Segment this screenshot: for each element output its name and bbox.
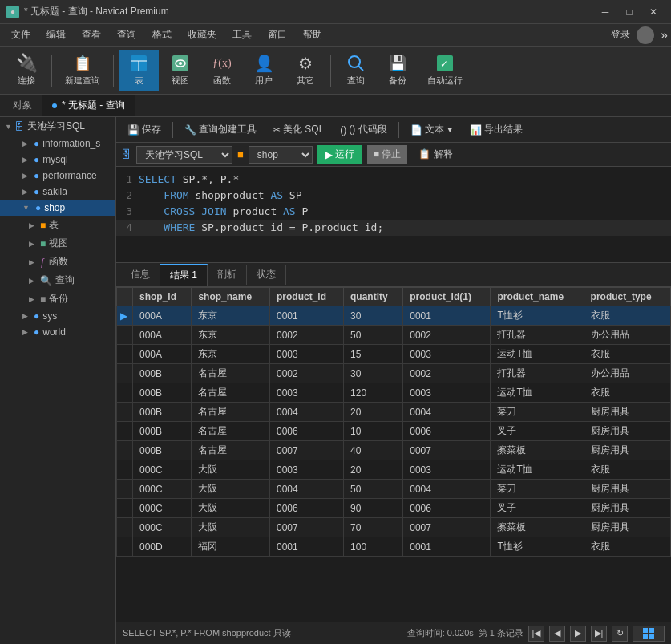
- beautify-button[interactable]: ✂ 美化 SQL: [266, 120, 330, 139]
- table-row[interactable]: 000B名古屋0007400007擦菜板厨房用具: [117, 441, 671, 460]
- connect-icon: 🔌: [17, 54, 36, 73]
- save-button[interactable]: 💾 保存: [121, 120, 168, 139]
- table-row[interactable]: 000B名古屋0006100006叉子厨房用具: [117, 422, 671, 441]
- table-row[interactable]: 000C大阪0007700007擦菜板厨房用具: [117, 518, 671, 537]
- db-name-sys: sys: [42, 310, 57, 322]
- tab-profile[interactable]: 剖析: [208, 265, 247, 285]
- data-table-container[interactable]: shop_id shop_name product_id quantity pr…: [116, 287, 671, 622]
- sidebar-db-sakila[interactable]: ▶ ● sakila: [0, 184, 115, 200]
- text-dropdown-icon: ▼: [447, 126, 454, 134]
- maximize-button[interactable]: □: [618, 3, 641, 21]
- backup-button[interactable]: 💾 备份: [378, 50, 418, 91]
- menu-query[interactable]: 查询: [109, 25, 144, 45]
- connect-label: 连接: [18, 75, 35, 87]
- table-row[interactable]: 000C大阪0006900006叉子厨房用具: [117, 499, 671, 518]
- new-query-button[interactable]: 📋 新建查询: [57, 50, 108, 91]
- text-button[interactable]: 📄 文本 ▼: [404, 120, 460, 139]
- query-button[interactable]: 查询: [336, 50, 376, 91]
- expand-icon[interactable]: »: [661, 28, 668, 43]
- explain-icon: 📋: [418, 148, 430, 160]
- col-product-id[interactable]: product_id: [269, 288, 343, 306]
- auto-run-button[interactable]: ✓ 自动运行: [419, 50, 471, 91]
- menu-window[interactable]: 窗口: [260, 25, 295, 45]
- table-cell: 叉子: [491, 499, 584, 518]
- stop-button[interactable]: ■ 停止: [367, 145, 408, 164]
- table-row[interactable]: 000C大阪0004500004菜刀厨房用具: [117, 480, 671, 499]
- grid-view-btn[interactable]: [633, 626, 665, 642]
- run-button[interactable]: ▶ 运行: [317, 145, 362, 164]
- sidebar-shop-queries[interactable]: ▶ 🔍 查询: [0, 271, 115, 290]
- tab-object[interactable]: 对象: [3, 95, 42, 116]
- sidebar-db-performance[interactable]: ▶ ● performance: [0, 168, 115, 184]
- table-dropdown[interactable]: shop: [249, 146, 313, 164]
- table-button[interactable]: 表: [119, 50, 159, 91]
- row-marker: [117, 499, 133, 518]
- login-link[interactable]: 登录: [611, 28, 630, 42]
- sidebar-shop-views[interactable]: ▶ ■ 视图: [0, 234, 115, 253]
- col-shop-id[interactable]: shop_id: [133, 288, 192, 306]
- tab-status[interactable]: 状态: [247, 265, 286, 285]
- col-product-id2[interactable]: product_id(1): [403, 288, 491, 306]
- function-button[interactable]: ƒ(x) 函数: [202, 50, 242, 91]
- qt-sep-2: [398, 122, 399, 138]
- sidebar-shop-tables[interactable]: ▶ ■ 表: [0, 216, 115, 234]
- other-button[interactable]: ⚙ 其它: [285, 50, 325, 91]
- db-dropdown[interactable]: 天池学习SQL: [136, 146, 232, 164]
- results-tab-bar: 信息 结果 1 剖析 状态: [116, 263, 671, 287]
- table-row[interactable]: 000B名古屋00031200003运动T恤衣服: [117, 383, 671, 403]
- table-cell: 衣服: [584, 306, 670, 326]
- view-button[interactable]: 视图: [160, 50, 200, 91]
- title-bar: ● * 无标题 - 查询 - Navicat Premium ─ □ ✕: [0, 0, 671, 24]
- nav-prev[interactable]: ◀: [549, 626, 565, 642]
- table-row[interactable]: 000D福冈00011000001T恤衫衣服: [117, 537, 671, 557]
- user-button[interactable]: 👤 用户: [244, 50, 284, 91]
- menu-edit[interactable]: 编辑: [38, 25, 74, 45]
- tab-query[interactable]: * 无标题 - 查询: [42, 95, 135, 116]
- nav-first[interactable]: |◀: [528, 626, 544, 642]
- sidebar-shop-functions[interactable]: ▶ ƒ 函数: [0, 253, 115, 271]
- table-row[interactable]: 000A东京0003150003运动T恤衣服: [117, 345, 671, 364]
- export-button[interactable]: 📊 导出结果: [463, 120, 529, 139]
- table-row[interactable]: 000B名古屋0002300002打孔器办公用品: [117, 364, 671, 383]
- table-row[interactable]: 000C大阪0003200003运动T恤衣服: [117, 460, 671, 480]
- close-button[interactable]: ✕: [642, 3, 665, 21]
- table-cell: 20: [344, 403, 403, 422]
- col-product-name[interactable]: product_name: [491, 288, 584, 306]
- menu-file[interactable]: 文件: [3, 25, 38, 45]
- auto-run-label: 自动运行: [427, 75, 463, 87]
- table-cell: 15: [344, 345, 403, 364]
- col-shop-name[interactable]: shop_name: [192, 288, 270, 306]
- menu-format[interactable]: 格式: [144, 25, 180, 45]
- sidebar-db-information[interactable]: ▶ ● information_s: [0, 136, 115, 152]
- col-product-type[interactable]: product_type: [584, 288, 670, 306]
- explain-button[interactable]: 📋 解释: [412, 145, 459, 164]
- sidebar-shop-backup[interactable]: ▶ ■ 备份: [0, 290, 115, 308]
- col-quantity[interactable]: quantity: [344, 288, 403, 306]
- build-button[interactable]: 🔧 查询创建工具: [178, 120, 263, 139]
- menu-favorites[interactable]: 收藏夹: [180, 25, 224, 45]
- app-icon: ●: [6, 6, 19, 18]
- nav-last[interactable]: ▶|: [591, 626, 607, 642]
- sql-editor[interactable]: 1 SELECT SP.*, P.* 2 FROM shopproduct AS…: [116, 167, 671, 263]
- tab-result1[interactable]: 结果 1: [160, 264, 208, 286]
- snippet-button[interactable]: () () 代码段: [333, 120, 393, 139]
- refresh-btn[interactable]: ↻: [612, 626, 628, 642]
- minimize-button[interactable]: ─: [594, 3, 616, 21]
- menu-view[interactable]: 查看: [74, 25, 109, 45]
- connect-button[interactable]: 🔌 连接: [6, 50, 46, 91]
- sidebar-db-shop[interactable]: ▼ ● shop: [0, 200, 115, 216]
- table-row[interactable]: 000B名古屋0004200004菜刀厨房用具: [117, 403, 671, 422]
- tab-info[interactable]: 信息: [121, 265, 160, 285]
- table-row[interactable]: ▶000A东京0001300001T恤衫衣服: [117, 306, 671, 326]
- menu-tools[interactable]: 工具: [224, 25, 260, 45]
- db-icon-sakila: ●: [34, 186, 39, 197]
- table-cell: 90: [344, 499, 403, 518]
- sidebar-db-mysql[interactable]: ▶ ● mysql: [0, 152, 115, 168]
- nav-next[interactable]: ▶: [570, 626, 586, 642]
- sidebar-db-sys[interactable]: ▶ ● sys: [0, 308, 115, 324]
- table-row[interactable]: 000A东京0002500002打孔器办公用品: [117, 326, 671, 345]
- menu-help[interactable]: 帮助: [295, 25, 330, 45]
- beautify-icon: ✂: [273, 124, 281, 136]
- sidebar-connection[interactable]: ▼ 🗄 天池学习SQL: [0, 117, 115, 136]
- sidebar-db-world[interactable]: ▶ ● world: [0, 324, 115, 340]
